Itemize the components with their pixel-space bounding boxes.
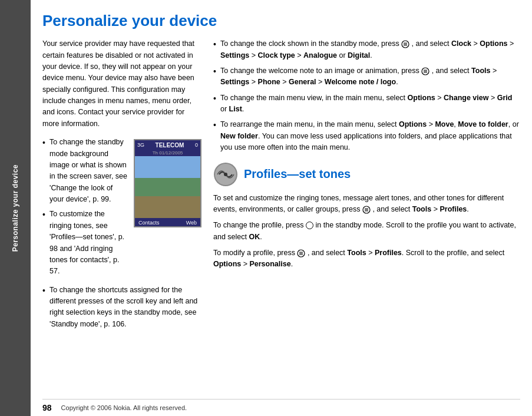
- tools-bold: Tools: [471, 67, 490, 75]
- svg-point-4: [224, 173, 227, 176]
- list-item: To customize the ringing tones, see 'Pro…: [42, 209, 128, 277]
- clock-bold: Clock: [451, 39, 471, 48]
- phone-landscape: [135, 156, 200, 218]
- main-content: Personalize your device Your service pro…: [31, 0, 532, 416]
- phone-date-bar: Th 01/12/2005: [135, 150, 200, 156]
- list-item: To change the shortcuts assigned for the…: [42, 285, 201, 331]
- content-columns: Your service provider may have requested…: [42, 38, 520, 394]
- left-bullet-list: To change the standby mode background im…: [42, 137, 128, 278]
- grid-bold: Grid: [497, 94, 513, 102]
- changeview-bold: Change view: [444, 94, 488, 102]
- welcomenote-bold: Welcome note / logo: [325, 78, 396, 86]
- menu-icon-3: [362, 206, 371, 214]
- contacts-label: Contacts: [138, 220, 160, 226]
- web-label: Web: [186, 220, 197, 226]
- options-bold-5: Options: [213, 260, 241, 268]
- move-bold: Move: [435, 120, 454, 128]
- clocktype-bold: Clock type: [258, 51, 295, 60]
- phone-bold: Phone: [258, 78, 280, 86]
- profiles-para2: To change the profile, press in the stan…: [213, 220, 520, 243]
- profile-change-icon: [306, 222, 313, 229]
- copyright-text: Copyright © 2006 Nokia. All rights reser…: [61, 404, 187, 411]
- left-column: Your service provider may have requested…: [42, 38, 201, 394]
- right-bullet-list: To change the clock shown in the standby…: [213, 38, 520, 153]
- bullets-with-image: To change the standby mode background im…: [42, 137, 128, 281]
- profiles-para3: To modify a profile, press , and select …: [213, 247, 520, 270]
- tools-bold-2: Tools: [412, 205, 431, 213]
- options-bold: Options: [480, 39, 507, 48]
- page-number: 98: [42, 403, 52, 412]
- signal-icon: 3G: [137, 142, 144, 148]
- menu-icon-2: [421, 67, 429, 75]
- profiles-header: Profiles—set tones: [213, 162, 520, 187]
- settings-bold: Settings: [220, 51, 249, 60]
- phone-bottom-bar: Contacts Web: [135, 218, 200, 227]
- intro-paragraph: Your service provider may have requested…: [42, 38, 201, 130]
- menu-icon-4: [297, 249, 305, 257]
- profiles-para1: To set and customize the ringing tones, …: [213, 193, 520, 216]
- newfolder-bold: New folder: [220, 132, 258, 140]
- profiles-bold: Profiles: [440, 205, 467, 213]
- settings-bold-2: Settings: [220, 78, 249, 86]
- sidebar-label: Personalize your device: [11, 164, 19, 252]
- sidebar: Personalize your device: [0, 0, 31, 416]
- phone-screen-image: 3G TELECOM 0 Th 01/12/2005 Contacts Web: [134, 139, 201, 227]
- page-title: Personalize your device: [42, 12, 520, 30]
- personalise-bold: Personalise: [249, 260, 290, 268]
- left-bullet-list-2: To change the shortcuts assigned for the…: [42, 285, 201, 331]
- menu-icon: [401, 40, 409, 48]
- zero-indicator: 0: [195, 142, 198, 148]
- movetofolder-bold: Move to folder: [458, 120, 508, 128]
- profiles-icon: [213, 162, 238, 187]
- options-bold-3: Options: [408, 94, 435, 102]
- telecom-label: TELECOM: [156, 142, 184, 148]
- right-column: To change the clock shown in the standby…: [213, 38, 520, 394]
- footer: 98 Copyright © 2006 Nokia. All rights re…: [42, 399, 520, 416]
- profiles-section: Profiles—set tones To set and customize …: [213, 162, 520, 270]
- phone-status-bar: 3G TELECOM 0: [135, 140, 200, 150]
- profiles-body: To set and customize the ringing tones, …: [213, 193, 520, 270]
- bullet-image-wrap: To change the standby mode background im…: [42, 137, 201, 281]
- profiles-title: Profiles—set tones: [244, 167, 351, 181]
- analogue-bold: Analogue: [303, 51, 337, 60]
- options-bold-4: Options: [399, 120, 427, 128]
- list-item-clock: To change the clock shown in the standby…: [213, 38, 520, 61]
- profiles-bold-2: Profiles: [375, 249, 402, 257]
- ok-bold: OK: [249, 233, 260, 241]
- tools-bold-3: Tools: [347, 249, 366, 257]
- list-item-mainmenu: To change the main menu view, in the mai…: [213, 93, 520, 115]
- list-item-rearrange: To rearrange the main menu, in the main …: [213, 119, 520, 153]
- list-item-welcome: To change the welcome note to an image o…: [213, 65, 520, 88]
- list-bold: List: [229, 105, 242, 113]
- general-bold: General: [289, 78, 316, 86]
- digital-bold: Digital: [348, 51, 370, 60]
- list-item: To change the standby mode background im…: [42, 137, 128, 205]
